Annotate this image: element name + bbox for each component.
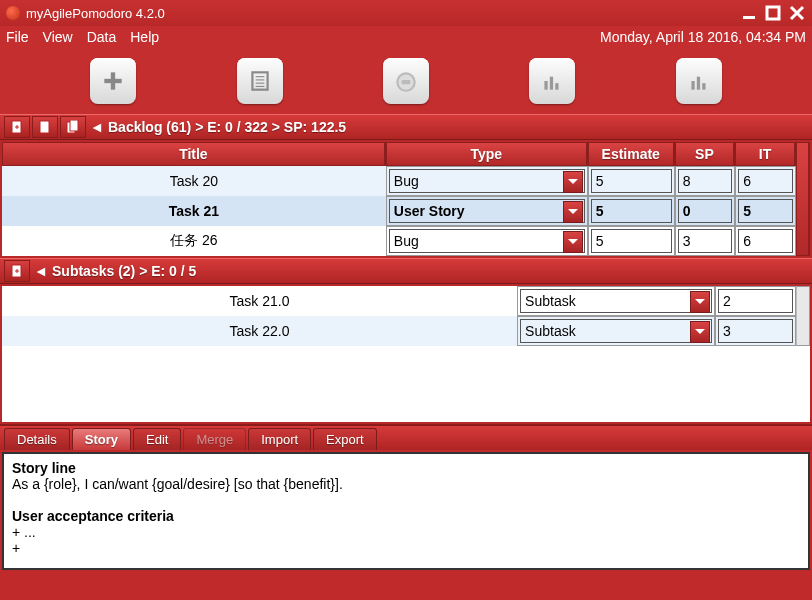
story-line: As a {role}, I can/want {goal/desire} [s… bbox=[12, 476, 800, 492]
subtasks-bar: ◄ Subtasks (2) > E: 0 / 5 bbox=[0, 258, 812, 284]
list-button[interactable] bbox=[237, 58, 283, 104]
col-it[interactable]: IT bbox=[735, 142, 796, 166]
close-button[interactable] bbox=[788, 5, 806, 21]
menu-view[interactable]: View bbox=[43, 29, 73, 45]
story-textarea[interactable]: Story line As a {role}, I can/want {goal… bbox=[2, 452, 810, 570]
tab-story[interactable]: Story bbox=[72, 428, 131, 450]
chevron-down-icon[interactable] bbox=[563, 171, 583, 193]
svg-rect-24 bbox=[70, 120, 78, 131]
row-title[interactable]: 任务 26 bbox=[2, 226, 386, 256]
svg-rect-12 bbox=[402, 80, 411, 84]
svg-rect-15 bbox=[556, 83, 559, 90]
row-title[interactable]: Task 21 bbox=[2, 196, 386, 226]
sub-title[interactable]: Task 21.0 bbox=[2, 286, 517, 316]
svg-rect-14 bbox=[550, 77, 553, 90]
chevron-down-icon[interactable] bbox=[563, 231, 583, 253]
subtask-doc-icon[interactable] bbox=[4, 260, 30, 282]
menu-bar: File View Data Help Monday, April 18 201… bbox=[0, 26, 812, 48]
add-button[interactable] bbox=[90, 58, 136, 104]
subtask-scrollbar[interactable] bbox=[796, 286, 810, 346]
tab-export[interactable]: Export bbox=[313, 428, 377, 450]
svg-rect-1 bbox=[767, 7, 779, 19]
row-it[interactable]: 6 bbox=[738, 229, 793, 253]
backlog-crumb: Backlog (61) > E: 0 / 322 > SP: 122.5 bbox=[108, 119, 346, 135]
backlog-scrollbar[interactable] bbox=[796, 142, 810, 256]
chevron-down-icon[interactable] bbox=[690, 291, 710, 313]
story-heading1: Story line bbox=[12, 460, 800, 476]
col-estimate[interactable]: Estimate bbox=[588, 142, 675, 166]
sub-estimate[interactable]: 3 bbox=[718, 319, 793, 343]
sub-type[interactable]: Subtask bbox=[525, 323, 707, 339]
backlog-table: Title Type Estimate SP IT Task 20 Bug 5 … bbox=[0, 140, 812, 258]
row-type[interactable]: Bug bbox=[394, 173, 580, 189]
row-estimate[interactable]: 5 bbox=[591, 169, 672, 193]
tab-import[interactable]: Import bbox=[248, 428, 311, 450]
table-row[interactable]: Task 20 Bug 5 8 6 bbox=[2, 166, 810, 196]
tab-merge: Merge bbox=[183, 428, 246, 450]
row-sp[interactable]: 8 bbox=[678, 169, 733, 193]
col-sp[interactable]: SP bbox=[675, 142, 736, 166]
svg-rect-16 bbox=[691, 81, 694, 90]
tab-details[interactable]: Details bbox=[4, 428, 70, 450]
table-row[interactable]: 任务 26 Bug 5 3 6 bbox=[2, 226, 810, 256]
datetime-label: Monday, April 18 2016, 04:34 PM bbox=[600, 29, 806, 45]
subtask-nav-left-icon[interactable]: ◄ bbox=[32, 263, 50, 279]
chevron-down-icon[interactable] bbox=[690, 321, 710, 343]
menu-data[interactable]: Data bbox=[87, 29, 117, 45]
svg-rect-6 bbox=[252, 72, 267, 89]
row-estimate[interactable]: 5 bbox=[591, 229, 672, 253]
backlog-doc1-icon[interactable] bbox=[4, 116, 30, 138]
svg-rect-17 bbox=[697, 77, 700, 90]
sub-type[interactable]: Subtask bbox=[525, 293, 707, 309]
timer-button[interactable] bbox=[383, 58, 429, 104]
svg-rect-13 bbox=[545, 81, 548, 90]
story-bullet: + bbox=[12, 540, 800, 556]
row-type[interactable]: User Story bbox=[394, 203, 580, 219]
subtasks-table: Task 21.0 Subtask 2 Task 22.0 Subtask 3 bbox=[0, 284, 812, 424]
sub-title[interactable]: Task 22.0 bbox=[2, 316, 517, 346]
row-type[interactable]: Bug bbox=[394, 233, 580, 249]
backlog-doc3-icon[interactable] bbox=[60, 116, 86, 138]
tab-edit[interactable]: Edit bbox=[133, 428, 181, 450]
subtask-crumb: Subtasks (2) > E: 0 / 5 bbox=[52, 263, 196, 279]
col-type[interactable]: Type bbox=[386, 142, 588, 166]
detail-tabs: Details Story Edit Merge Import Export bbox=[0, 424, 812, 450]
sub-estimate[interactable]: 2 bbox=[718, 289, 793, 313]
chevron-down-icon[interactable] bbox=[563, 201, 583, 223]
title-bar: myAgilePomodoro 4.2.0 bbox=[0, 0, 812, 26]
menu-file[interactable]: File bbox=[6, 29, 29, 45]
row-title[interactable]: Task 20 bbox=[2, 166, 386, 196]
row-it[interactable]: 5 bbox=[738, 199, 793, 223]
backlog-bar: ◄ Backlog (61) > E: 0 / 322 > SP: 122.5 bbox=[0, 114, 812, 140]
table-row[interactable]: Task 21.0 Subtask 2 bbox=[2, 286, 810, 316]
minimize-button[interactable] bbox=[740, 5, 758, 21]
svg-rect-22 bbox=[40, 121, 49, 133]
col-title[interactable]: Title bbox=[2, 142, 386, 166]
app-icon bbox=[6, 6, 20, 20]
backlog-doc2-icon[interactable] bbox=[32, 116, 58, 138]
maximize-button[interactable] bbox=[764, 5, 782, 21]
table-row[interactable]: Task 21 User Story 5 0 5 bbox=[2, 196, 810, 226]
row-sp[interactable]: 3 bbox=[678, 229, 733, 253]
svg-rect-18 bbox=[702, 83, 705, 90]
row-sp[interactable]: 0 bbox=[678, 199, 733, 223]
story-bullet: + ... bbox=[12, 524, 800, 540]
chart1-button[interactable] bbox=[529, 58, 575, 104]
backlog-nav-left-icon[interactable]: ◄ bbox=[88, 119, 106, 135]
window-title: myAgilePomodoro 4.2.0 bbox=[26, 6, 165, 21]
story-heading2: User acceptance criteria bbox=[12, 508, 800, 524]
row-estimate[interactable]: 5 bbox=[591, 199, 672, 223]
menu-help[interactable]: Help bbox=[130, 29, 159, 45]
chart2-button[interactable] bbox=[676, 58, 722, 104]
table-row[interactable]: Task 22.0 Subtask 3 bbox=[2, 316, 810, 346]
main-toolbar bbox=[0, 48, 812, 114]
row-it[interactable]: 6 bbox=[738, 169, 793, 193]
